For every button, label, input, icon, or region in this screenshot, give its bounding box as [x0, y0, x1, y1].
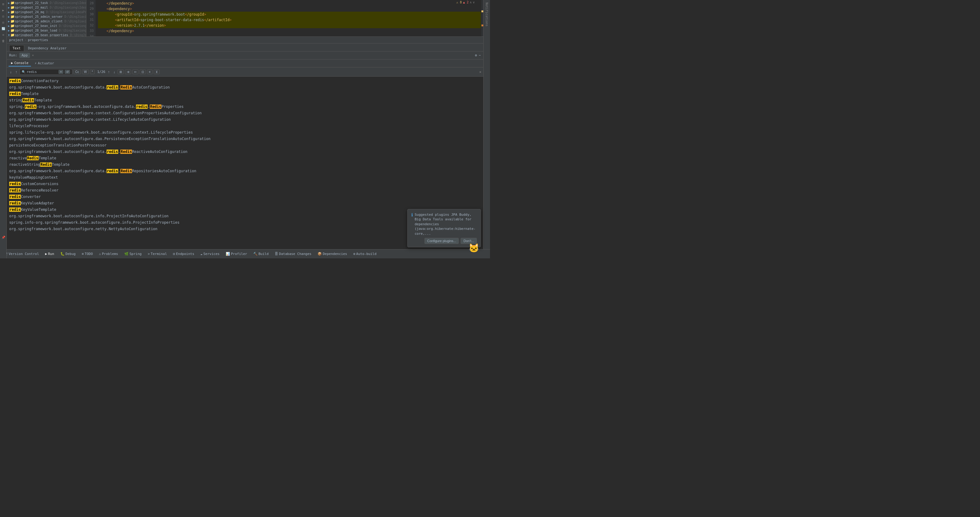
entry-text-13: reactiveRedisTemplate: [9, 155, 56, 161]
list-item: redisConnectionFactory: [7, 78, 483, 84]
breadcrumb-properties[interactable]: properties: [28, 38, 48, 42]
todo-label: TODO: [85, 252, 93, 256]
search-regex-btn[interactable]: *: [90, 70, 95, 74]
line-num-28: 28: [86, 1, 94, 6]
tree-item-admin-server[interactable]: ▶ 📁 springboot_25_admin_server D:\DingJi…: [7, 14, 86, 19]
breadcrumb-tabs-area: project › properties Text Dependency Ana…: [7, 37, 483, 51]
line-num-33: 33: [86, 28, 94, 34]
status-terminal[interactable]: > Terminal: [146, 251, 168, 257]
code-content[interactable]: </dependency> <dependency> <groupId>org.…: [95, 0, 483, 37]
database-icon: 🗄: [275, 252, 278, 256]
folder-icon-bean-props: 📁: [10, 33, 15, 37]
status-auto-build[interactable]: ⚙ Auto-build: [352, 251, 378, 257]
app-tab-close[interactable]: ×: [32, 54, 34, 57]
status-profiler[interactable]: 📊 Profiler: [224, 251, 248, 257]
search-scroll-down[interactable]: ↓: [9, 70, 13, 75]
tree-item-task[interactable]: ▶ 📁 springboot_22_task D:\DingJiaxiong\I…: [7, 1, 86, 5]
sidebar-icon-bookmark[interactable]: ⊡: [1, 13, 6, 19]
line-num-29: 29: [86, 6, 94, 12]
folder-icon-admin-server: 📁: [10, 15, 15, 19]
sidebar-icon-pin[interactable]: 📌: [1, 235, 6, 240]
tree-item-mail[interactable]: ▶ 📁 springboot_23_mail D:\DingJiaxiong\I…: [7, 5, 86, 10]
console-icon: ▶: [11, 61, 13, 65]
search-input-wrapper: 🔍 × ↺: [20, 69, 72, 75]
search-clear-btn[interactable]: ×: [59, 70, 64, 74]
entry-text-16: keyValueMappingContext: [9, 175, 58, 180]
search-option1[interactable]: ⇉: [125, 70, 131, 74]
status-services[interactable]: ☁ Services: [199, 251, 221, 257]
sidebar-icon-run[interactable]: ▶: [1, 7, 6, 13]
line-num-31: 31: [86, 17, 94, 23]
actuator-label: Actuator: [38, 61, 54, 65]
nav-up-icon[interactable]: ∧: [470, 1, 472, 4]
search-option4[interactable]: ≡: [147, 70, 153, 74]
sidebar-icon-refresh[interactable]: 🔄: [1, 26, 6, 31]
search-history-btn[interactable]: ↺: [65, 70, 70, 74]
status-build[interactable]: 🔨 Build: [252, 251, 270, 257]
search-next-btn[interactable]: ↓: [112, 70, 116, 75]
status-version-control[interactable]: ⎇ Version Control: [2, 251, 40, 257]
app-tab[interactable]: App: [19, 53, 30, 58]
endpoints-label: Endpoints: [176, 252, 194, 256]
tree-label-mq: springboot_24_mq D:\DingJiaxiong\IdeaPro…: [15, 10, 86, 14]
breadcrumb-project[interactable]: project: [9, 38, 23, 42]
notifications-label[interactable]: Notifications: [485, 1, 489, 27]
search-scroll-up[interactable]: ↑: [14, 70, 18, 75]
status-dependencies[interactable]: 📦 Dependencies: [317, 251, 348, 257]
configure-plugins-btn[interactable]: Configure plugins...: [425, 238, 459, 244]
tree-label-task: springboot_22_task D:\DingJiaxiong\IdeaP…: [15, 1, 86, 5]
sidebar-icon-menu[interactable]: ≡: [1, 32, 6, 37]
list-item: reactiveStringRedisTemplate: [7, 161, 483, 168]
status-database-changes[interactable]: 🗄 Database Changes: [274, 251, 313, 257]
status-problems[interactable]: ⚠ Problems: [98, 251, 119, 257]
folder-icon-mail: 📁: [10, 5, 15, 10]
search-case-btn[interactable]: Cc: [73, 70, 81, 74]
list-item: keyValueMappingContext: [7, 174, 483, 181]
tree-item-bean-load[interactable]: ▶ 📁 springboot_28_bean_load D:\DingJiaxi…: [7, 28, 86, 33]
sidebar-icon-structure[interactable]: ⊞: [1, 1, 6, 7]
notification-buttons: Configure plugins... Don't...: [411, 238, 477, 244]
tree-item-bean-init[interactable]: ▶ 📁 springboot_27_bean_init D:\DingJiaxi…: [7, 24, 86, 28]
tab-actuator[interactable]: ⚡ Actuator: [32, 61, 57, 66]
list-item: persistenceExceptionTranslationPostProce…: [7, 142, 483, 148]
search-word-btn[interactable]: W: [82, 70, 89, 74]
sidebar-icon-collapse[interactable]: ⊟: [1, 20, 6, 25]
search-expand-btn[interactable]: ⊞: [118, 70, 124, 74]
notification-popup: ℹ Suggested plugins JPA Buddy, Big Data …: [407, 209, 481, 247]
search-option3[interactable]: ⊡: [140, 70, 146, 74]
status-debug[interactable]: 🐛 Debug: [59, 251, 77, 257]
tab-dependency[interactable]: Dependency Analyzer: [25, 45, 70, 51]
search-count: 1/26: [97, 70, 105, 74]
entry-text-20: redisKeyValueAdapter: [9, 200, 54, 206]
run-settings-icon[interactable]: ⚙: [475, 53, 477, 57]
tree-label-mail: springboot_23_mail D:\DingJiaxiong\IdeaP…: [15, 6, 86, 9]
status-spring[interactable]: 🌿 Spring: [123, 251, 143, 257]
folder-icon-bean-init: 📁: [10, 24, 15, 28]
tab-console[interactable]: ▶ Console: [9, 60, 31, 67]
sidebar-icon-delete[interactable]: 🗑: [1, 38, 6, 43]
tab-text[interactable]: Text: [9, 45, 24, 51]
status-todo[interactable]: ≡ TODO: [81, 251, 94, 257]
tabs-bar: Text Dependency Analyzer: [7, 43, 483, 51]
search-option2[interactable]: ⇐: [132, 70, 138, 74]
list-item: reactiveRedisTemplate: [7, 155, 483, 161]
list-item: redisConverter: [7, 194, 483, 200]
status-endpoints[interactable]: ⊡ Endpoints: [172, 251, 196, 257]
run-minimize-icon[interactable]: −: [479, 53, 481, 57]
tree-arrow-mail: ▶: [8, 6, 10, 9]
search-filter-btn[interactable]: ⊻: [154, 70, 159, 74]
list-item: lifecycleProcessor: [7, 123, 483, 129]
tree-arrow-admin-client: ▶: [8, 20, 10, 23]
line-num-34: 34: [86, 34, 94, 37]
avatar: 🐱: [469, 243, 479, 253]
tree-item-mq[interactable]: ▶ 📁 springboot_24_mq D:\DingJiaxiong\Ide…: [7, 10, 86, 14]
status-run[interactable]: ▶ Run: [44, 251, 56, 257]
search-prev-btn[interactable]: ↑: [107, 70, 111, 75]
search-close-btn[interactable]: ×: [479, 70, 481, 74]
tree-item-admin-client[interactable]: ▶ 📁 springboot_26_admin_client D:\DingJi…: [7, 19, 86, 24]
search-input[interactable]: [27, 70, 57, 74]
nav-down-icon[interactable]: ∨: [473, 1, 475, 4]
search-icon: 🔍: [22, 70, 25, 73]
breadcrumb-sep: ›: [24, 38, 27, 42]
tree-item-bean-props[interactable]: ▼ 📁 springboot_29_bean_properties D:\Din…: [7, 33, 86, 37]
